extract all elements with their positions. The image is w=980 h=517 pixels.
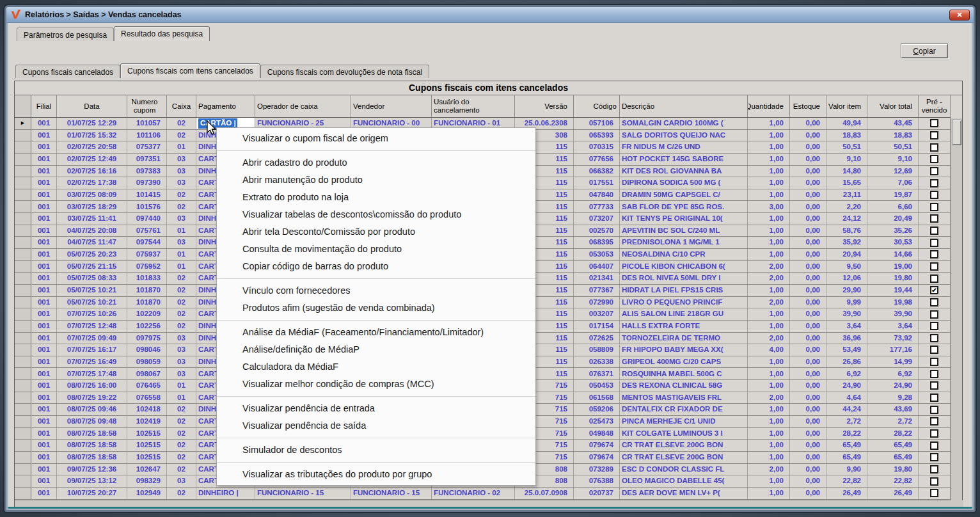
cell-data[interactable]: 03/07/25 11:41 — [57, 213, 127, 225]
cell-descricao[interactable]: ALIS SALON LINE 218GR GU — [620, 308, 748, 320]
cell-caixa[interactable]: 02 — [167, 308, 196, 320]
column-header-valor_total[interactable]: Valor total — [867, 95, 919, 117]
cell-pre[interactable] — [919, 356, 951, 368]
cell-codigo[interactable]: 077733 — [574, 201, 620, 212]
cell-numero[interactable]: 098046 — [127, 344, 167, 356]
context-menu-item[interactable]: Produtos afim (sugestão de venda combina… — [217, 299, 535, 317]
cell-usuario[interactable]: FUNCIONARIO - 02 — [432, 488, 515, 499]
cell-caixa[interactable]: 01 — [167, 392, 196, 404]
context-menu-item[interactable]: Extrato do produto na loja — [217, 189, 535, 206]
cell-codigo[interactable]: 079674 — [574, 452, 620, 463]
cell-selector[interactable] — [15, 428, 31, 440]
cell-valor_total[interactable]: 19,80 — [867, 273, 919, 284]
cell-estoque[interactable]: 0,00 — [790, 237, 826, 248]
pre-vencido-checkbox[interactable] — [930, 179, 938, 187]
cell-data[interactable]: 02/07/25 16:16 — [57, 166, 127, 177]
cell-filial[interactable]: 001 — [31, 488, 57, 499]
pre-vencido-checkbox[interactable] — [930, 429, 938, 438]
cell-numero[interactable]: 101576 — [127, 201, 167, 212]
context-menu-item[interactable]: Abrir manutenção do produto — [217, 171, 535, 189]
pre-vencido-checkbox[interactable] — [930, 417, 938, 426]
cell-codigo[interactable]: 076371 — [574, 368, 620, 379]
cell-estoque[interactable]: 0,00 — [790, 333, 826, 344]
cell-valor_total[interactable]: 65,49 — [867, 440, 919, 451]
cell-numero[interactable]: 102256 — [127, 321, 167, 332]
cell-pre[interactable] — [919, 368, 951, 379]
cell-filial[interactable]: 001 — [31, 404, 57, 415]
cell-valor_item[interactable]: 65,49 — [826, 452, 867, 463]
pre-vencido-checkbox[interactable] — [930, 381, 938, 390]
cell-valor_item[interactable]: 23,11 — [826, 189, 867, 201]
cell-filial[interactable]: 001 — [31, 201, 57, 212]
pre-vencido-checkbox[interactable] — [930, 310, 938, 319]
cell-estoque[interactable]: 0,00 — [790, 475, 826, 487]
cell-estoque[interactable]: 0,00 — [790, 344, 826, 356]
cell-selector[interactable] — [15, 297, 31, 308]
cell-pre[interactable] — [919, 118, 951, 129]
cell-numero[interactable]: 076558 — [127, 392, 167, 404]
cell-filial[interactable]: 001 — [31, 213, 57, 225]
cell-estoque[interactable]: 0,00 — [790, 273, 826, 284]
pre-vencido-checkbox[interactable] — [930, 298, 938, 306]
cell-selector[interactable] — [15, 404, 31, 415]
cell-data[interactable]: 05/07/25 08:33 — [57, 273, 127, 284]
cell-selector[interactable] — [15, 464, 31, 475]
cell-codigo[interactable]: 079674 — [574, 440, 620, 451]
cell-data[interactable]: 07/07/25 17:48 — [57, 368, 127, 379]
column-header-pagamento[interactable]: Pagamento — [196, 95, 255, 117]
cell-quantidade[interactable]: 1,00 — [748, 428, 790, 440]
cell-descricao[interactable]: NEOSALDINA C/10 CPR — [620, 249, 748, 260]
cell-numero[interactable]: 098067 — [127, 368, 167, 379]
cell-descricao[interactable]: SALG DORITOS QUEIJO NAC — [620, 130, 748, 141]
cell-codigo[interactable]: 003207 — [574, 308, 620, 320]
cell-valor_total[interactable]: 19,98 — [867, 297, 919, 308]
cell-codigo[interactable]: 050453 — [574, 380, 620, 392]
cell-quantidade[interactable]: 1,00 — [748, 237, 790, 248]
close-button[interactable]: ✕ — [949, 10, 970, 20]
column-header-data[interactable]: Data — [57, 95, 127, 117]
cell-data[interactable]: 07/07/25 10:26 — [57, 308, 127, 320]
cell-valor_item[interactable]: 24,12 — [826, 213, 867, 225]
cell-quantidade[interactable]: 1,00 — [748, 285, 790, 296]
cell-selector[interactable] — [15, 201, 31, 212]
cell-valor_item[interactable]: 36,96 — [826, 333, 867, 344]
cell-codigo[interactable]: 077656 — [574, 154, 620, 165]
cell-caixa[interactable]: 03 — [167, 166, 196, 177]
pre-vencido-checkbox[interactable] — [930, 167, 938, 175]
cell-estoque[interactable]: 0,00 — [790, 308, 826, 320]
cell-selector[interactable] — [15, 344, 31, 356]
cell-pre[interactable] — [919, 297, 951, 308]
cell-valor_total[interactable]: 39,90 — [867, 308, 919, 320]
cell-valor_item[interactable]: 26,86 — [826, 356, 867, 368]
pre-vencido-checkbox[interactable] — [930, 274, 938, 283]
cell-data[interactable]: 08/07/25 16:00 — [57, 380, 127, 392]
cell-valor_total[interactable]: 35,26 — [867, 225, 919, 237]
cell-estoque[interactable]: 0,00 — [790, 213, 826, 225]
cell-codigo[interactable]: 065393 — [574, 130, 620, 141]
cell-descricao[interactable]: PREDNISOLONA 1 MG/ML 1 — [620, 237, 748, 248]
cell-descricao[interactable]: DES ROL NIVEA 50ML DRY I — [620, 273, 748, 284]
tab-cupons-fiscais-com-itens-cancelados[interactable]: Cupons fiscais com itens cancelados — [120, 63, 260, 78]
cell-filial[interactable]: 001 — [31, 475, 57, 487]
cell-valor_total[interactable]: 24,90 — [867, 380, 919, 392]
context-menu-item[interactable]: Análise/definição de MédiaP — [217, 341, 535, 358]
cell-valor_total[interactable]: 50,51 — [867, 141, 919, 153]
cell-estoque[interactable]: 0,00 — [790, 166, 826, 177]
cell-selector[interactable] — [15, 261, 31, 273]
pre-vencido-checkbox[interactable] — [930, 394, 938, 402]
cell-valor_total[interactable]: 28,22 — [867, 428, 919, 440]
cell-quantidade[interactable]: 2,00 — [748, 333, 790, 344]
cell-data[interactable]: 08/07/25 09:46 — [57, 404, 127, 415]
cell-quantidade[interactable]: 1,00 — [748, 141, 790, 153]
tab-resultado-das-pesquisa[interactable]: Resultado das pesquisa — [114, 26, 210, 41]
cell-selector[interactable] — [15, 273, 31, 284]
cell-pre[interactable] — [919, 488, 951, 499]
column-header-selector[interactable] — [15, 95, 31, 117]
cell-data[interactable]: 07/07/25 16:17 — [57, 344, 127, 356]
cell-selector[interactable] — [15, 213, 31, 225]
cell-valor_item[interactable]: 15,65 — [826, 177, 867, 189]
cell-descricao[interactable]: TORNOZELEIRA DE TERMO — [620, 333, 748, 344]
cell-quantidade[interactable]: 1,00 — [748, 154, 790, 165]
context-menu-item[interactable]: Abrir tela Desconto/Comissão por produto — [217, 223, 535, 241]
cell-pre[interactable] — [919, 475, 951, 487]
